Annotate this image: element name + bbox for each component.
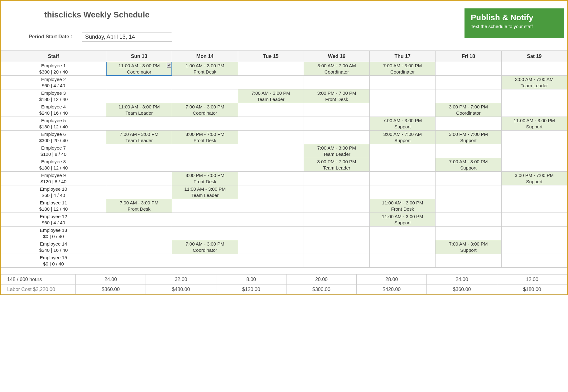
- shift-cell[interactable]: 3:00 PM - 7:00 PMFront Desk: [172, 131, 238, 144]
- shift-cell[interactable]: [238, 144, 304, 158]
- shift-cell[interactable]: 11:00 AM - 3:00 PMFront Desk: [370, 199, 436, 213]
- shift-cell[interactable]: [370, 227, 436, 240]
- shift-cell[interactable]: [238, 172, 304, 185]
- shift-cell[interactable]: [436, 254, 501, 268]
- shift-cell[interactable]: 11:00 AM - 3:00 PMCoordinator▴▾: [106, 62, 172, 76]
- shift-cell[interactable]: [304, 227, 369, 240]
- shift-cell[interactable]: [238, 62, 304, 76]
- shift-cell[interactable]: [304, 240, 369, 254]
- shift-cell[interactable]: [501, 254, 567, 268]
- shift-cell[interactable]: [436, 172, 501, 185]
- shift-cell[interactable]: [238, 240, 304, 254]
- shift-cell[interactable]: [370, 89, 436, 103]
- shift-cell[interactable]: [501, 199, 567, 213]
- staff-cell[interactable]: Employee 6$300 | 20 / 40: [1, 131, 106, 144]
- shift-cell[interactable]: [106, 144, 172, 158]
- shift-cell[interactable]: [238, 227, 304, 240]
- shift-cell[interactable]: [501, 131, 567, 144]
- shift-cell[interactable]: 7:00 AM - 3:00 PMTeam Leader: [106, 131, 172, 144]
- shift-cell[interactable]: [370, 185, 436, 199]
- shift-cell[interactable]: [501, 103, 567, 117]
- shift-cell[interactable]: [238, 254, 304, 268]
- shift-cell[interactable]: 11:00 AM - 3:00 PMTeam Leader: [106, 103, 172, 117]
- staff-cell[interactable]: Employee 8$180 | 12 / 40: [1, 158, 106, 172]
- staff-cell[interactable]: Employee 7$120 | 8 / 40: [1, 144, 106, 158]
- shift-cell[interactable]: [501, 62, 567, 76]
- shift-cell[interactable]: 11:00 AM - 3:00 PMSupport: [370, 213, 436, 227]
- shift-cell[interactable]: [238, 185, 304, 199]
- shift-cell[interactable]: 3:00 AM - 7:00 AMCoordinator: [304, 62, 369, 76]
- shift-cell[interactable]: [238, 117, 304, 131]
- shift-cell[interactable]: [436, 89, 501, 103]
- shift-cell[interactable]: 7:00 AM - 3:00 PMSupport: [436, 240, 501, 254]
- shift-cell[interactable]: [106, 240, 172, 254]
- shift-cell[interactable]: 11:00 AM - 3:00 PMSupport: [501, 117, 567, 131]
- period-start-date-input[interactable]: Sunday, April 13, 14: [82, 32, 172, 41]
- shift-cell[interactable]: [106, 117, 172, 131]
- shift-cell[interactable]: 1:00 AM - 3:00 PMFront Desk: [172, 62, 238, 76]
- staff-cell[interactable]: Employee 4$240 | 16 / 40: [1, 103, 106, 117]
- shift-cell[interactable]: [436, 144, 501, 158]
- staff-cell[interactable]: Employee 3$180 | 12 / 40: [1, 89, 106, 103]
- shift-cell[interactable]: 3:00 AM - 7:00 AMSupport: [370, 131, 436, 144]
- shift-cell[interactable]: [106, 185, 172, 199]
- staff-cell[interactable]: Employee 14$240 | 16 / 40: [1, 240, 106, 254]
- shift-cell[interactable]: 11:00 AM - 3:00 PMTeam Leader: [172, 185, 238, 199]
- publish-notify-button[interactable]: Publish & Notify Text the schedule to yo…: [465, 8, 564, 38]
- shift-cell[interactable]: [304, 131, 369, 144]
- shift-cell[interactable]: [238, 76, 304, 89]
- shift-cell[interactable]: [106, 158, 172, 172]
- shift-cell[interactable]: [106, 89, 172, 103]
- shift-cell[interactable]: [304, 172, 369, 185]
- shift-cell[interactable]: [501, 144, 567, 158]
- shift-cell[interactable]: [501, 185, 567, 199]
- shift-cell[interactable]: [106, 172, 172, 185]
- shift-cell[interactable]: [304, 185, 369, 199]
- shift-cell[interactable]: [501, 158, 567, 172]
- shift-cell[interactable]: 7:00 AM - 3:00 PMSupport: [370, 117, 436, 131]
- shift-cell[interactable]: [238, 103, 304, 117]
- staff-cell[interactable]: Employee 5$180 | 12 / 40: [1, 117, 106, 131]
- staff-cell[interactable]: Employee 12$60 | 4 / 40: [1, 213, 106, 227]
- shift-cell[interactable]: 7:00 AM - 3:00 PMFront Desk: [106, 199, 172, 213]
- shift-cell[interactable]: [370, 76, 436, 89]
- shift-cell[interactable]: 7:00 AM - 3:00 PMSupport: [436, 158, 501, 172]
- shift-cell[interactable]: [436, 62, 501, 76]
- shift-cell[interactable]: [304, 103, 369, 117]
- shift-cell[interactable]: [501, 89, 567, 103]
- shift-cell[interactable]: [370, 103, 436, 117]
- shift-cell[interactable]: [436, 213, 501, 227]
- shift-cell[interactable]: [370, 144, 436, 158]
- shift-cell[interactable]: 7:00 AM - 3:00 PMCoordinator: [370, 62, 436, 76]
- shift-cell[interactable]: 3:00 PM - 7:00 PMFront Desk: [172, 172, 238, 185]
- shift-cell[interactable]: [172, 89, 238, 103]
- shift-cell[interactable]: [172, 199, 238, 213]
- shift-cell[interactable]: [106, 254, 172, 268]
- staff-cell[interactable]: Employee 13$0 | 0 / 40: [1, 227, 106, 240]
- shift-cell[interactable]: 3:00 PM - 7:00 PMTeam Leader: [304, 158, 369, 172]
- shift-cell[interactable]: 3:00 PM - 7:00 PMSupport: [436, 131, 501, 144]
- shift-cell[interactable]: [501, 213, 567, 227]
- shift-cell[interactable]: [106, 227, 172, 240]
- shift-cell[interactable]: [501, 227, 567, 240]
- shift-cell[interactable]: [238, 158, 304, 172]
- shift-cell[interactable]: 7:00 AM - 3:00 PMCoordinator: [172, 103, 238, 117]
- staff-cell[interactable]: Employee 10$60 | 4 / 40: [1, 185, 106, 199]
- shift-cell[interactable]: [304, 213, 369, 227]
- shift-cell[interactable]: 7:00 AM - 3:00 PMTeam Leader: [238, 89, 304, 103]
- shift-cell[interactable]: 3:00 PM - 7:00 PMFront Desk: [304, 89, 369, 103]
- shift-cell[interactable]: [304, 76, 369, 89]
- staff-cell[interactable]: Employee 1$300 | 20 / 40: [1, 62, 106, 76]
- shift-cell[interactable]: [370, 240, 436, 254]
- shift-cell[interactable]: [436, 185, 501, 199]
- shift-cell[interactable]: [238, 199, 304, 213]
- shift-cell[interactable]: 7:00 AM - 3:00 PMTeam Leader: [304, 144, 369, 158]
- shift-cell[interactable]: [172, 227, 238, 240]
- shift-cell[interactable]: [370, 158, 436, 172]
- shift-cell[interactable]: [172, 213, 238, 227]
- shift-cell[interactable]: [172, 117, 238, 131]
- shift-cell[interactable]: [304, 117, 369, 131]
- shift-cell[interactable]: [106, 76, 172, 89]
- shift-cell[interactable]: [106, 213, 172, 227]
- shift-cell[interactable]: [172, 254, 238, 268]
